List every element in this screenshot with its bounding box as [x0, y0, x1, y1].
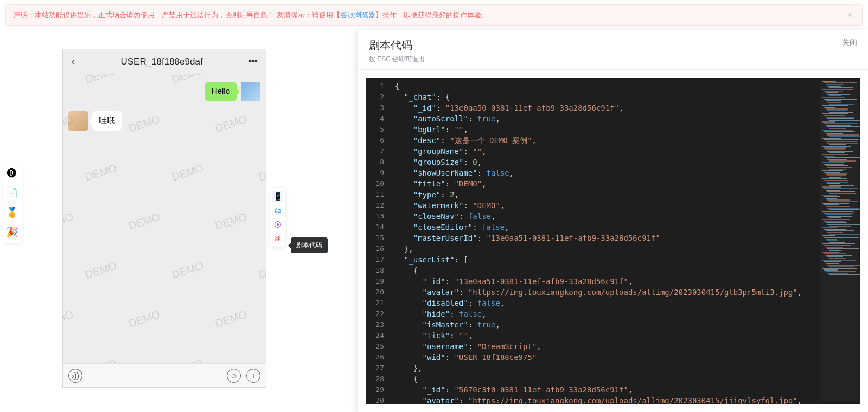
avatar: [68, 111, 88, 131]
ds-icon[interactable]: 🅓: [4, 166, 20, 181]
note-icon[interactable]: 📄: [4, 185, 20, 201]
plus-icon[interactable]: +: [246, 369, 260, 383]
left-rail: 🅓📄🏅🎉: [3, 163, 23, 243]
code-content: { "_chat": { "_id": "13e0aa50-0381-11ef-…: [395, 81, 817, 404]
notice-bar: 声明：本站功能仅供娱乐，正式场合请勿使用，严禁用于违法行为，否则后果自负！ 友情…: [5, 4, 863, 26]
message-row: Hello: [68, 82, 260, 101]
code-gutter: 1234567891011121314151617181920212223242…: [366, 81, 390, 404]
device-icon[interactable]: 📱: [272, 191, 283, 202]
message-bubble: 哇哦: [92, 111, 122, 131]
chat-header: ‹ USER_18f188e9daf •••: [63, 49, 266, 74]
chat-panel: ‹ USER_18f188e9daf ••• DEMODEMODEMODEMOD…: [62, 49, 266, 388]
back-icon[interactable]: ‹: [68, 54, 78, 69]
drawer-close-button[interactable]: 关闭: [842, 38, 857, 48]
chat-footer: ›)) ☺ +: [63, 363, 266, 387]
chrome-link[interactable]: 谷歌浏览器: [340, 10, 375, 20]
tooltip: 剧本代码: [291, 237, 328, 253]
drawer-title: 剧本代码: [369, 38, 425, 53]
drawer-subtitle: 按 ESC 键即可退出: [369, 55, 425, 64]
chat-tools: 📱🗂⦿⌘: [270, 188, 285, 247]
code-icon[interactable]: ⌘: [272, 233, 283, 244]
avatar: [241, 82, 260, 101]
emoji-icon[interactable]: ☺: [227, 369, 241, 383]
code-editor[interactable]: 1234567891011121314151617181920212223242…: [366, 78, 860, 404]
chat-body: DEMODEMODEMODEMODEMODEMODEMODEMODEMODEMO…: [63, 74, 266, 363]
code-drawer: 剧本代码 按 ESC 键即可退出 关闭 12345678910111213141…: [358, 30, 868, 412]
drawer-header: 剧本代码 按 ESC 键即可退出 关闭: [358, 30, 868, 70]
confetti-icon[interactable]: 🎉: [4, 224, 20, 240]
voice-icon[interactable]: ›)): [68, 369, 82, 383]
message-row: 哇哦: [68, 111, 260, 131]
layout-icon[interactable]: 🗂: [272, 205, 283, 216]
badge-icon[interactable]: 🏅: [4, 205, 20, 220]
message-bubble: Hello: [205, 82, 237, 101]
more-icon[interactable]: •••: [245, 54, 260, 69]
notice-text-suffix: 】操作，以便获得最好的操作体验。: [375, 10, 488, 20]
minimap[interactable]: [820, 81, 858, 401]
chat-title: USER_18f188e9daf: [78, 56, 245, 67]
notice-text-prefix: 声明：本站功能仅供娱乐，正式场合请勿使用，严禁用于违法行为，否则后果自负！ 友情…: [14, 10, 340, 20]
play-icon[interactable]: ⦿: [272, 219, 283, 230]
notice-close-icon[interactable]: ×: [845, 10, 854, 20]
